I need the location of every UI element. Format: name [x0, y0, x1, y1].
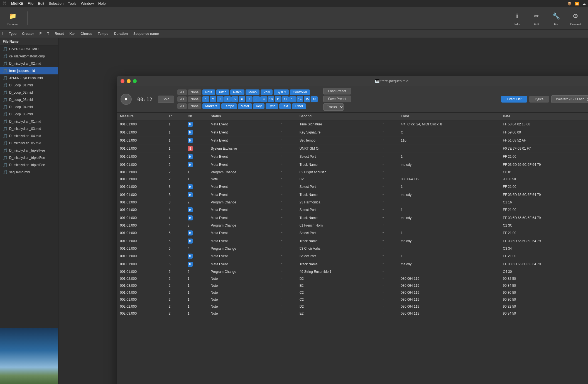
table-row[interactable]: 001:01:000 2 M Meta Event ⌃ Select Port … [117, 153, 588, 161]
menu-selection[interactable]: Selection [49, 1, 63, 6]
table-row[interactable]: 001:01:000 1 M Meta Event ⌃ Key Signatur… [117, 128, 588, 137]
channel-btn-5[interactable]: 5 [231, 96, 238, 102]
none-btn-1[interactable]: None [188, 89, 202, 95]
load-preset-button[interactable]: Load Preset [323, 88, 351, 94]
none-btn-3[interactable]: None [188, 103, 202, 109]
table-row[interactable]: 001:01:000 3 M Meta Event ⌃ Select Port … [117, 183, 588, 191]
channel-btn-8[interactable]: 8 [253, 96, 260, 102]
channel-btn-7[interactable]: 7 [246, 96, 253, 102]
table-row[interactable]: 001:03:000 2 1 Note ⌃ E2 ⌃ 080 064 119 9… [117, 282, 588, 289]
lyrics-tab[interactable]: Lyrics [529, 96, 549, 103]
controller-btn[interactable]: Controller [290, 89, 310, 95]
text-btn[interactable]: Text [279, 103, 291, 109]
channel-btn-9[interactable]: 9 [260, 96, 267, 102]
table-row[interactable]: 001:01:000 1 S System Exclusive ⌃ UNRT G… [117, 145, 588, 153]
channel-btn-15[interactable]: 15 [304, 96, 310, 102]
solo-button[interactable]: Solo [158, 96, 174, 103]
western-select[interactable]: Western (ISO Latin...) [551, 95, 588, 103]
menu-edit[interactable]: Edit [38, 1, 44, 6]
menu-window[interactable]: Window [81, 1, 94, 6]
sidebar-file-item[interactable]: 🎵D_mixolydian_tripletFee [0, 161, 58, 169]
table-row[interactable]: 002:03:000 2 1 Note ⌃ E2 ⌃ 080 064 119 9… [117, 310, 588, 317]
table-row[interactable]: 001:01:000 6 M Meta Event ⌃ Track Name ⌃… [117, 260, 588, 268]
table-row[interactable]: 001:01:000 2 1 Note ⌃ C2 ⌃ 080 064 119 9… [117, 176, 588, 183]
close-button[interactable] [121, 79, 124, 83]
browse-button[interactable]: 📁 Browse [6, 11, 19, 26]
sidebar-file-item[interactable]: 🎵D_mixolydian_05.mid [0, 140, 58, 147]
sidebar-file-item[interactable]: 🎵CAPRICORNE.MID [0, 45, 58, 53]
sidebar-file-item[interactable]: 🎵JPM072-Iyo-Bushi.mid [0, 74, 58, 82]
sidebar-file-item[interactable]: 🎵D_mixolydian_02.mid [0, 60, 58, 67]
sidebar-file-item[interactable]: 🎵seqDemo.mid [0, 169, 58, 176]
channel-btn-1[interactable]: 1 [202, 96, 209, 102]
channel-btn-3[interactable]: 3 [217, 96, 224, 102]
none-btn-2[interactable]: None [188, 96, 202, 102]
event-list-tab[interactable]: Event List [501, 96, 527, 103]
sidebar-file-item[interactable]: 🎵D_mixolydian_03.mid [0, 125, 58, 132]
tempo-btn[interactable]: Tempo [221, 103, 237, 109]
pitch-btn[interactable]: Pitch [216, 89, 229, 95]
note-btn[interactable]: Note [202, 89, 215, 95]
channel-btn-6[interactable]: 6 [239, 96, 245, 102]
channel-btn-13[interactable]: 13 [289, 96, 296, 102]
sidebar-file-item[interactable]: 🎵D_Loop_01.mid [0, 82, 58, 89]
table-row[interactable]: 001:01:000 3 2 Program Change ⌃ 23 Harmo… [117, 199, 588, 206]
channel-btn-11[interactable]: 11 [275, 96, 281, 102]
save-preset-button[interactable]: Save Preset [323, 96, 351, 102]
channel-btn-4[interactable]: 4 [224, 96, 231, 102]
table-row[interactable]: 001:01:000 5 M Meta Event ⌃ Track Name ⌃… [117, 237, 588, 245]
lyric-btn[interactable]: Lyric [266, 103, 278, 109]
table-row[interactable]: 001:01:000 1 M Meta Event ⌃ Set Tempo ⌃ … [117, 137, 588, 145]
sysex-btn[interactable]: SysEx [274, 89, 289, 95]
menu-file[interactable]: File [28, 1, 33, 6]
table-row[interactable]: 001:01:000 2 1 Program Change ⌃ 02 Brigh… [117, 169, 588, 176]
event-table-container[interactable]: Measure Tr Ch Status Second Third Data F… [117, 113, 588, 384]
info-button[interactable]: ℹ Info [510, 11, 524, 26]
tracks-dropdown[interactable]: Tracks [323, 103, 344, 111]
sidebar-file-item[interactable]: 🎵cellularAutomatonComp [0, 53, 58, 60]
channel-btn-2[interactable]: 2 [210, 96, 216, 102]
stop-button[interactable]: ■ [121, 94, 132, 105]
sidebar-file-item[interactable]: 🎵D_Loop_03.mid [0, 96, 58, 103]
channel-btn-16[interactable]: 16 [311, 96, 318, 102]
minimize-button[interactable] [127, 79, 131, 83]
sidebar-file-item[interactable]: 🎵D_Loop_05.mid [0, 111, 58, 118]
other-btn[interactable]: Other [292, 103, 306, 109]
convert-button[interactable]: ⚙ Convert [569, 11, 582, 26]
table-row[interactable]: 001:01:000 5 4 Program Change ⌃ 53 Choir… [117, 245, 588, 252]
sidebar-file-item[interactable]: 🎵D_mixolydian_tripletFee [0, 154, 58, 161]
table-row[interactable]: 001:01:000 6 5 Program Change ⌃ 49 Strin… [117, 268, 588, 275]
all-btn-2[interactable]: All [177, 96, 187, 102]
channel-btn-10[interactable]: 10 [268, 96, 274, 102]
table-row[interactable]: 001:04:000 2 1 Note ⌃ C2 ⌃ 080 064 119 9… [117, 289, 588, 296]
sidebar-file-item[interactable]: 🎵frere-jacques.mid [0, 67, 58, 74]
table-row[interactable]: 001:01:000 3 M Meta Event ⌃ Track Name ⌃… [117, 191, 588, 199]
poly-btn[interactable]: Poly [261, 89, 273, 95]
table-row[interactable]: 001:01:000 4 M Meta Event ⌃ Track Name ⌃… [117, 214, 588, 222]
table-row[interactable]: 001:02:000 2 1 Note ⌃ D2 ⌃ 080 064 119 9… [117, 275, 588, 282]
table-row[interactable]: 001:01:000 4 M Meta Event ⌃ Select Port … [117, 206, 588, 214]
app-name[interactable]: MidiKit [11, 1, 23, 6]
table-row[interactable]: 001:01:000 2 M Meta Event ⌃ Track Name ⌃… [117, 161, 588, 169]
meter-btn[interactable]: Meter [238, 103, 252, 109]
channel-btn-14[interactable]: 14 [297, 96, 303, 102]
table-row[interactable]: 001:01:000 5 M Meta Event ⌃ Select Port … [117, 229, 588, 237]
table-row[interactable]: 002:02:000 2 1 Note ⌃ D2 ⌃ 080 064 119 9… [117, 303, 588, 310]
sidebar-file-item[interactable]: 🎵D_mixolydian_tripletFee [0, 147, 58, 154]
menu-help[interactable]: Help [98, 1, 106, 6]
key-btn[interactable]: Key [253, 103, 264, 109]
sidebar-file-item[interactable]: 🎵D_mixolydian_01.mid [0, 118, 58, 125]
sidebar-file-item[interactable]: 🎵D_Loop_02.mid [0, 89, 58, 96]
menu-tools[interactable]: Tools [68, 1, 76, 6]
table-row[interactable]: 001:01:000 1 M Meta Event ⌃ Time Signatu… [117, 120, 588, 128]
all-btn-1[interactable]: All [177, 89, 187, 95]
sidebar-file-item[interactable]: 🎵D_mixolydian_04.mid [0, 132, 58, 140]
table-row[interactable]: 001:01:000 6 M Meta Event ⌃ Select Port … [117, 252, 588, 260]
fix-button[interactable]: 🔧 Fix [549, 11, 563, 26]
patch-btn[interactable]: Patch [230, 89, 244, 95]
mono-btn[interactable]: Mono [246, 89, 259, 95]
table-row[interactable]: 001:01:000 4 3 Program Change ⌃ 61 Frenc… [117, 222, 588, 229]
table-row[interactable]: 002:01:000 2 1 Note ⌃ C2 ⌃ 080 064 119 9… [117, 296, 588, 303]
sidebar-file-item[interactable]: 🎵D_Loop_04.mid [0, 103, 58, 111]
channel-btn-12[interactable]: 12 [282, 96, 289, 102]
